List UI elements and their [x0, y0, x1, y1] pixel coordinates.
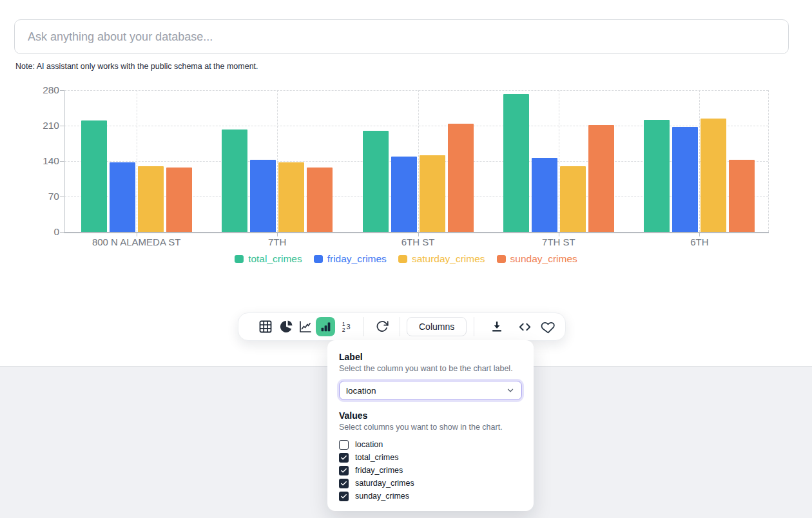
bar-saturday_crimes [278, 162, 304, 232]
bar-chart-icon[interactable] [316, 317, 335, 336]
checkbox-checked-icon[interactable] [339, 466, 349, 475]
legend-swatch-icon [314, 255, 323, 263]
x-axis-category-label: 7TH [206, 236, 348, 247]
numbers-icon[interactable]: 1 2 3 [339, 319, 354, 334]
x-axis-category-label: 6TH ST [347, 236, 489, 247]
checkbox-row-total_crimes[interactable]: total_crimes [339, 451, 522, 464]
checkbox-checked-icon[interactable] [339, 479, 349, 488]
toolbar-divider [474, 317, 474, 336]
columns-button[interactable]: Columns [407, 317, 467, 336]
y-axis-tick-label: 70 [24, 191, 59, 202]
values-section-desc: Select columns you want to show in the c… [339, 423, 522, 432]
checkbox-label: sunday_crimes [355, 492, 409, 501]
chart-toolbar: 1 2 3 Columns [238, 312, 566, 341]
y-axis-tick [60, 161, 64, 162]
bar-friday_crimes [391, 157, 417, 232]
checkbox-label: location [355, 440, 383, 449]
grid-line-vertical [559, 90, 559, 232]
checkbox-row-saturday_crimes[interactable]: saturday_crimes [339, 477, 522, 490]
legend-item-total_crimes[interactable]: total_crimes [235, 253, 302, 265]
legend-label: total_crimes [248, 253, 302, 265]
x-axis-category-label: 800 N ALAMEDA ST [66, 236, 208, 247]
y-axis-tick-label: 280 [24, 84, 59, 96]
label-section-desc: Select the column you want to be the cha… [339, 364, 522, 373]
bar-sunday_crimes [588, 125, 614, 232]
grid-line-vertical [768, 90, 769, 232]
grid-line-vertical [137, 90, 137, 232]
bar-total_crimes [503, 94, 529, 232]
pie-chart-icon[interactable] [278, 319, 294, 334]
chart-legend: total_crimesfriday_crimessaturday_crimes… [0, 253, 812, 265]
checkbox-checked-icon[interactable] [339, 492, 349, 501]
y-axis-tick [60, 90, 64, 91]
toolbar-divider [400, 317, 400, 336]
legend-swatch-icon [497, 255, 506, 263]
bar-total_crimes [81, 120, 107, 232]
label-select-value: location [346, 386, 376, 396]
bar-chart: 070140210280800 N ALAMEDA ST7TH6TH ST7TH… [0, 0, 812, 283]
y-axis-tick-label: 140 [24, 155, 59, 167]
bar-sunday_crimes [448, 124, 474, 232]
grid-line-vertical [418, 90, 419, 232]
checkbox-unchecked-icon[interactable] [339, 440, 349, 450]
bar-total_crimes [363, 131, 389, 232]
values-section-title: Values [339, 410, 522, 421]
table-icon[interactable] [258, 319, 273, 334]
legend-item-sunday_crimes[interactable]: sunday_crimes [497, 253, 577, 265]
checkbox-label: friday_crimes [355, 466, 403, 475]
x-axis-category-label: 6TH [628, 236, 770, 247]
legend-label: friday_crimes [327, 253, 387, 265]
legend-item-saturday_crimes[interactable]: saturday_crimes [398, 253, 485, 265]
code-icon[interactable] [517, 319, 532, 334]
download-icon[interactable] [489, 319, 505, 334]
refresh-icon[interactable] [374, 319, 390, 334]
toolbar-divider [363, 317, 364, 336]
legend-label: saturday_crimes [412, 253, 485, 265]
label-section-title: Label [339, 352, 522, 362]
bar-saturday_crimes [560, 166, 586, 232]
legend-swatch-icon [398, 255, 407, 263]
bar-saturday_crimes [701, 119, 726, 232]
y-axis-tick [60, 126, 64, 126]
bar-friday_crimes [110, 162, 135, 232]
page: Note: AI assistant only works with the p… [0, 0, 812, 518]
bar-sunday_crimes [729, 160, 755, 232]
checkbox-row-friday_crimes[interactable]: friday_crimes [339, 464, 522, 477]
bar-friday_crimes [672, 127, 698, 232]
checkbox-checked-icon[interactable] [339, 453, 349, 463]
bar-total_crimes [644, 120, 670, 232]
y-axis-tick [60, 197, 64, 197]
heart-icon[interactable] [540, 319, 556, 334]
bar-saturday_crimes [420, 155, 445, 232]
bar-friday_crimes [250, 160, 276, 232]
line-chart-icon[interactable] [298, 319, 313, 334]
svg-text:2: 2 [342, 327, 345, 333]
bar-sunday_crimes [166, 168, 192, 232]
checkbox-row-sunday_crimes[interactable]: sunday_crimes [339, 490, 522, 503]
values-checkbox-list: locationtotal_crimesfriday_crimessaturda… [339, 438, 522, 503]
grid-line-vertical [277, 90, 278, 232]
bar-friday_crimes [532, 158, 557, 233]
svg-text:3: 3 [347, 323, 351, 331]
y-axis-tick-label: 0 [24, 226, 59, 238]
bar-total_crimes [222, 130, 247, 233]
chevron-down-icon [506, 386, 515, 395]
legend-swatch-icon [235, 255, 244, 263]
y-axis-tick-label: 210 [24, 120, 59, 131]
bar-saturday_crimes [138, 166, 164, 232]
checkbox-row-location[interactable]: location [339, 438, 522, 451]
svg-text:1: 1 [342, 321, 345, 327]
columns-popover: Label Select the column you want to be t… [327, 340, 534, 511]
bar-sunday_crimes [307, 168, 333, 232]
y-axis-tick [60, 232, 64, 233]
checkbox-label: saturday_crimes [355, 479, 414, 488]
x-axis-category-label: 7TH ST [488, 236, 630, 247]
grid-line-vertical [699, 90, 700, 232]
x-axis-line [64, 232, 769, 233]
label-select[interactable]: location [339, 381, 522, 400]
checkbox-label: total_crimes [355, 453, 398, 462]
grid-line-horizontal [64, 90, 768, 91]
legend-label: sunday_crimes [510, 253, 577, 265]
legend-item-friday_crimes[interactable]: friday_crimes [314, 253, 387, 265]
